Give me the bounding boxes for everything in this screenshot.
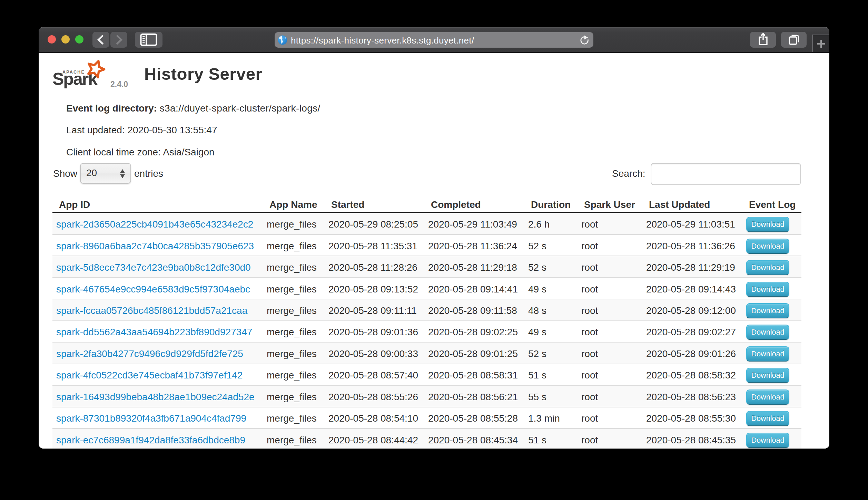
svg-text:APACHE: APACHE — [62, 70, 85, 75]
